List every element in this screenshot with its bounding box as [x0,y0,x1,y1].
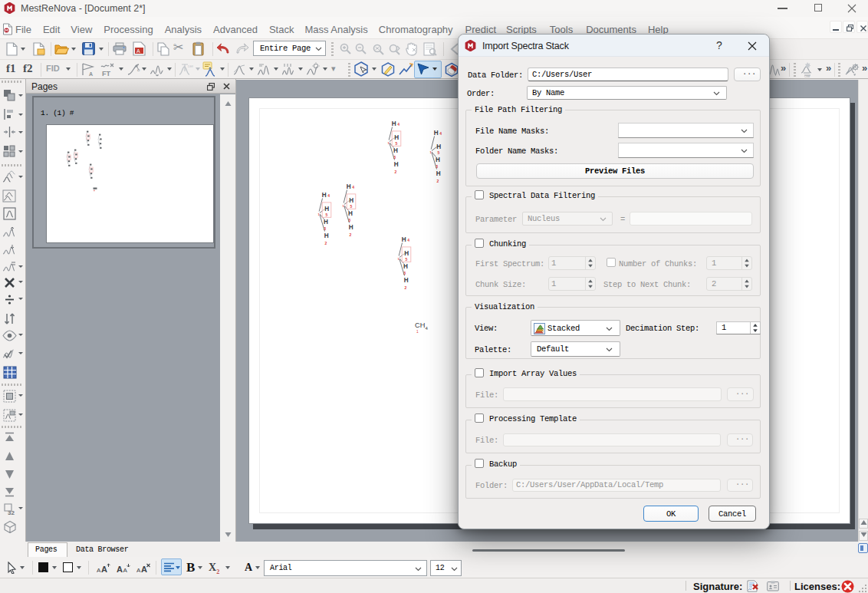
svg-text:FT: FT [102,70,110,77]
svg-text:5: 5 [326,212,328,217]
svg-text:H: H [394,161,399,168]
svg-text:H: H [349,197,353,204]
svg-text:5: 5 [406,257,408,262]
svg-text:A: A [89,71,93,77]
svg-text:4: 4 [439,131,442,136]
svg-text:A: A [123,567,128,573]
svg-text:2: 2 [405,285,407,290]
svg-text:H: H [403,263,408,270]
svg-text:CH: CH [415,321,425,329]
svg-text:H: H [348,210,353,217]
svg-text:A: A [136,48,140,54]
svg-text:DEPT: DEPT [188,64,193,68]
svg-text:2: 2 [325,241,327,245]
svg-text:1: 1 [416,330,419,334]
svg-text:H: H [436,143,441,150]
svg-text:3: 3 [403,271,406,275]
svg-text:5: 5 [438,150,440,155]
svg-text:3: 3 [393,155,396,160]
svg-text:H: H [324,219,328,226]
svg-text:A: A [101,565,107,573]
svg-text:H: H [322,192,327,199]
svg-text:4: 4 [352,185,354,189]
svg-text:H: H [324,206,329,212]
svg-text:4: 4 [407,238,409,242]
svg-text:H: H [324,232,329,239]
svg-text:3: 3 [324,226,326,231]
svg-text:32: 32 [8,509,15,516]
svg-text:3: 3 [436,164,438,169]
svg-text:H: H [404,250,409,257]
svg-text:5: 5 [350,204,353,209]
svg-text:4: 4 [397,122,399,127]
svg-text:H: H [393,147,398,154]
svg-text:4: 4 [426,326,429,331]
svg-text:A: A [141,565,147,573]
svg-text:H: H [404,277,409,284]
svg-text:H: H [436,156,440,163]
svg-text:3: 3 [348,218,350,222]
svg-text:o: o [137,68,140,72]
svg-text:H: H [349,224,353,231]
svg-text:2: 2 [437,179,439,183]
svg-text:A: A [117,565,123,573]
svg-text:2: 2 [395,170,397,174]
svg-text:H: H [394,134,399,141]
svg-text:H: H [402,236,406,243]
svg-text:CSM: CSM [804,75,810,77]
svg-text:H: H [392,120,396,127]
svg-text:4: 4 [327,193,330,198]
svg-text:2: 2 [350,232,352,237]
svg-text:H: H [436,170,441,177]
svg-text:5: 5 [396,141,398,146]
svg-text:H: H [434,130,439,137]
svg-text:H: H [347,183,351,190]
